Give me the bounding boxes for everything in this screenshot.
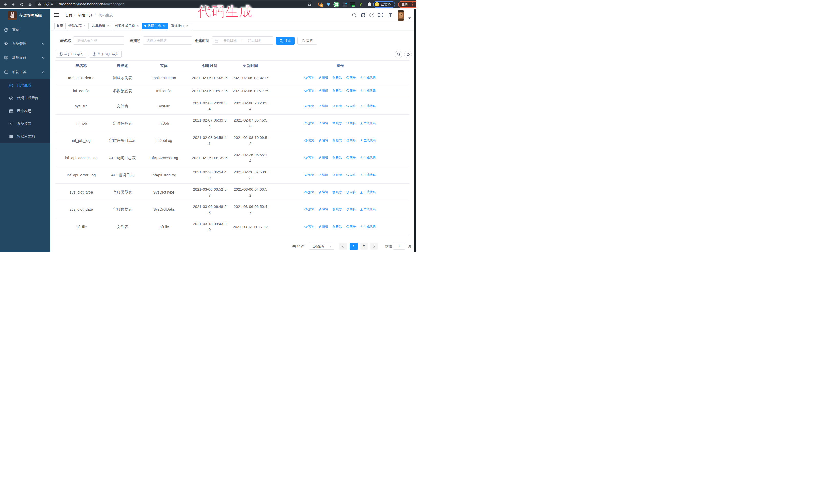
- svg-text:1: 1: [321, 5, 323, 7]
- svg-text:on: on: [352, 5, 355, 7]
